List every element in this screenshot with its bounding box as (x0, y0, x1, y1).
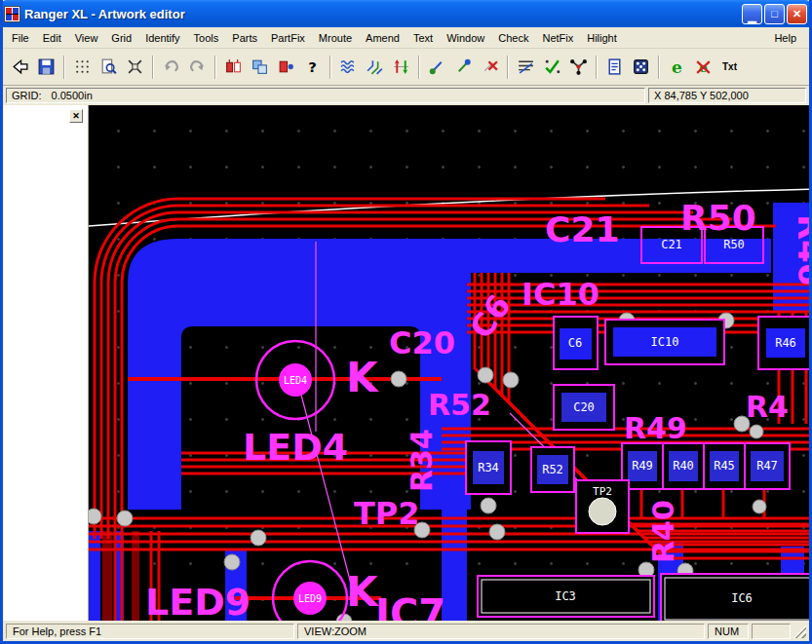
back-button[interactable] (7, 54, 33, 80)
ref-r45: R45 (714, 459, 735, 473)
label-led4: LED4 (243, 426, 348, 469)
back-icon (11, 57, 29, 76)
copy-component-button[interactable] (247, 54, 273, 80)
status-help: For Help, press F1 (6, 624, 294, 639)
label-r46: R46 (791, 214, 809, 286)
menu-tools[interactable]: Tools (187, 29, 226, 47)
label-k2: K (346, 568, 379, 616)
label-c20: C20 (389, 324, 455, 361)
edit-e-button[interactable]: e (664, 54, 690, 80)
label-r52: R52 (428, 388, 491, 422)
ref-ic6: IC6 (731, 591, 753, 605)
status-spacer (752, 624, 791, 639)
mitre-icon (366, 57, 384, 76)
component-led9 (273, 561, 347, 621)
menu-bar: File Edit View Grid Identify Tools Parts… (3, 27, 809, 49)
delete-pin-button[interactable] (477, 54, 503, 80)
fit-view-button[interactable] (122, 54, 148, 80)
ref-led9: LED9 (298, 593, 322, 604)
resize-grip[interactable] (793, 624, 806, 638)
net-tree-icon (569, 57, 588, 76)
ref-c6: C6 (568, 336, 582, 350)
status-view-mode: VIEW:ZOOM (297, 624, 705, 639)
ref-r47: R47 (756, 459, 778, 473)
report-icon (605, 57, 624, 76)
menu-identify[interactable]: Identify (138, 29, 186, 47)
save-button[interactable] (33, 54, 59, 80)
toolbar-separator (507, 56, 509, 79)
app-window: Ranger XL - Artwork editor ▁ □ ✕ File Ed… (0, 0, 812, 644)
toolbar: ? e e Txt (3, 49, 809, 86)
text-tool-icon: Txt (722, 61, 737, 72)
report-button[interactable] (601, 54, 628, 80)
pin-end-button[interactable] (450, 54, 477, 80)
minimize-icon: ▁ (748, 11, 755, 23)
ref-c20: C20 (573, 400, 595, 414)
check-net-button[interactable] (539, 54, 565, 80)
ref-r49: R49 (632, 459, 653, 473)
delete-e-icon: e (694, 57, 713, 76)
swap-layers-icon (392, 57, 410, 76)
label-r40: R40 (646, 500, 680, 563)
menu-grid[interactable]: Grid (104, 29, 138, 47)
dice-button[interactable] (628, 54, 654, 80)
component-pin-icon (277, 57, 295, 76)
menu-help[interactable]: Help (767, 29, 803, 47)
swap-layers-button[interactable] (388, 54, 414, 80)
ref-led4: LED4 (284, 375, 307, 386)
title-bar[interactable]: Ranger XL - Artwork editor ▁ □ ✕ (0, 0, 812, 27)
toolbar-separator (658, 56, 660, 79)
help-button[interactable]: ? (299, 54, 326, 80)
pin-start-button[interactable] (424, 54, 450, 80)
grid-label: GRID: (12, 90, 42, 101)
menu-window[interactable]: Window (440, 29, 491, 47)
dice-icon (632, 57, 650, 76)
ripup-button[interactable] (335, 54, 362, 80)
label-r49: R49 (624, 411, 687, 445)
pcb-artwork: C21 R50 C6 IC10 R46 C20 R34 R52 R49 R40 … (89, 105, 809, 621)
delete-e-button[interactable]: e (690, 54, 716, 80)
menu-mroute[interactable]: Mroute (312, 29, 359, 47)
menu-view[interactable]: View (68, 29, 105, 47)
menu-partfix[interactable]: PartFix (264, 29, 312, 47)
component-icon (224, 57, 243, 76)
toolbar-separator (152, 56, 154, 79)
ref-r52: R52 (542, 463, 563, 476)
menu-edit[interactable]: Edit (36, 29, 68, 47)
grid-bar: GRID: 0.0500in X 84,785 Y 502,000 (3, 86, 809, 105)
maximize-button[interactable]: □ (764, 4, 785, 24)
undo-icon (162, 57, 180, 76)
menu-file[interactable]: File (5, 29, 36, 47)
net-lines-button[interactable] (513, 54, 539, 80)
menu-check[interactable]: Check (491, 29, 535, 47)
close-button[interactable]: ✕ (787, 4, 807, 24)
redo-icon (188, 57, 207, 76)
grid-value: 0.0500in (52, 90, 93, 101)
menu-netfix[interactable]: NetFix (535, 29, 580, 47)
pcb-canvas[interactable]: C21 R50 C6 IC10 R46 C20 R34 R52 R49 R40 … (89, 105, 809, 621)
label-tp2: TP2 (354, 495, 420, 532)
menu-hilight[interactable]: Hilight (580, 29, 624, 47)
help-icon: ? (303, 57, 322, 76)
component-pin-button[interactable] (273, 54, 299, 80)
panel-close-icon: ✕ (72, 111, 80, 121)
menu-text[interactable]: Text (406, 29, 440, 47)
mitre-button[interactable] (362, 54, 388, 80)
menu-amend[interactable]: Amend (359, 29, 406, 47)
save-icon (37, 57, 56, 76)
net-lines-icon (517, 57, 535, 76)
component-button[interactable] (220, 54, 247, 80)
cursor-coordinates: X 84,785 Y 502,000 (648, 88, 806, 103)
menu-parts[interactable]: Parts (225, 29, 264, 47)
net-tree-button[interactable] (565, 54, 592, 80)
ref-r40: R40 (673, 459, 694, 473)
delete-pin-icon (481, 57, 499, 76)
redo-button[interactable] (184, 54, 211, 80)
minimize-button[interactable]: ▁ (742, 4, 762, 24)
panel-close-button[interactable]: ✕ (69, 109, 83, 123)
text-tool-button[interactable]: Txt (716, 54, 743, 80)
grid-toggle-button[interactable] (69, 54, 96, 80)
undo-button[interactable] (158, 54, 184, 80)
toolbar-separator (329, 56, 331, 79)
zoom-button[interactable] (96, 54, 122, 80)
